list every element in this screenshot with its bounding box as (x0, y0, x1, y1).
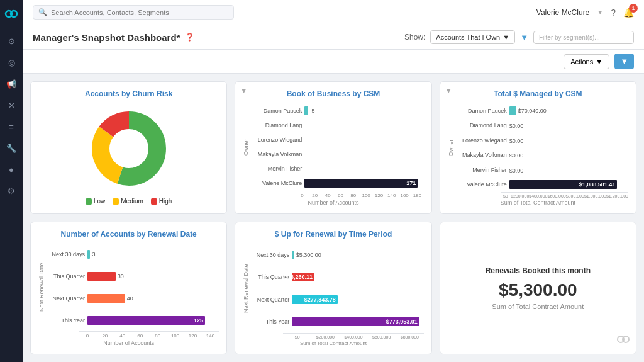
segment-filter-icon: ▼ (520, 33, 528, 42)
sidebar-icon-announce[interactable]: 📢 (3, 75, 20, 93)
bar-label: Next Quarter (47, 295, 85, 302)
table-row: Damon Paucek 5 (252, 105, 423, 116)
x-tick: 80 (149, 333, 167, 339)
rt-chart-area: Next Renewal Date Next 30 days $5,300.00… (243, 244, 423, 333)
user-name[interactable]: Valerie McClure (536, 8, 589, 17)
bar-track: $277,343.78 (292, 295, 423, 304)
table-row: Lorenzo Wiegand (252, 134, 423, 145)
tm-title: Total $ Managed by CSM (448, 89, 628, 98)
bar-label: Valerie McClure (252, 180, 302, 186)
sidebar-icon-cross[interactable]: ✕ (3, 96, 20, 114)
renewal-time-card: $ Up for Renewal by Time Period Next Ren… (235, 222, 431, 354)
x-tick: 20 (96, 333, 114, 339)
show-label: Show: (404, 33, 425, 42)
rb-subtitle: Sum of Total Contract Amount (492, 303, 584, 310)
bar-track: 30 (87, 272, 219, 281)
bar-fill: $136,260.11 (292, 273, 314, 281)
table-row: Mervin Fisher (252, 163, 423, 174)
x-tick: $600,000 (548, 194, 566, 198)
x-tick: 60 (334, 193, 347, 198)
legend-medium-label: Medium (121, 198, 143, 205)
x-tick: 180 (411, 193, 423, 198)
bar-track: 40 (87, 294, 219, 303)
bob-filter-icon: ▼ (240, 87, 247, 94)
bar-value: 40 (127, 294, 133, 303)
legend-medium: Medium (113, 198, 143, 205)
rd-title: Number of Accounts by Renewal Date (38, 230, 219, 239)
tm-chart: Owner Damon Paucek $70,040.00 Diamond La… (448, 103, 628, 206)
search-box[interactable]: 🔍 (33, 5, 234, 20)
x-tick: 160 (398, 193, 411, 198)
bob-x-label: Number of Accounts (243, 200, 423, 206)
accounts-filter-select[interactable]: Accounts That I Own ▼ (430, 30, 515, 44)
bar-value: $0.00 (509, 167, 524, 174)
donut-container: Low Medium High (38, 103, 219, 206)
bar-label: This Quarter (47, 273, 85, 280)
sidebar-icon-dot[interactable]: ● (3, 161, 20, 178)
bar-label: Diamond Lang (252, 122, 302, 128)
actions-chevron: ▼ (596, 58, 602, 65)
sidebar-icon-settings[interactable]: ⚙ (3, 182, 20, 200)
toolbar: Actions ▼ ▼ (23, 50, 644, 74)
notification-icon[interactable]: 🔔 1 (623, 8, 634, 18)
dashboard: Accounts by Churn Risk Low (23, 74, 644, 362)
page-help-icon[interactable]: ❓ (185, 33, 194, 42)
bar-track: $5,300.00 (292, 251, 423, 259)
bar-fill: 171 (304, 179, 418, 188)
tm-bars: Damon Paucek $70,040.00 Diamond Lang $0.… (457, 103, 628, 192)
tm-x-axis: $0 $200,000 $400,000 $600,000 $800,000 $… (501, 192, 628, 198)
actions-button[interactable]: Actions ▼ (564, 54, 609, 69)
x-tick: 120 (372, 193, 385, 198)
rd-chart: Next Renewal Date Next 30 days 3 This Qu… (38, 244, 219, 346)
bar-fill (87, 250, 90, 259)
x-tick: 80 (347, 193, 360, 198)
app-logo (3, 5, 20, 23)
accounts-filter-label: Accounts That I Own (436, 33, 500, 41)
bar-fill (304, 106, 308, 115)
search-icon: 🔍 (38, 8, 47, 16)
header-right: Show: Accounts That I Own ▼ ▼ Filter by … (404, 30, 634, 44)
bar-label: Next 30 days (252, 252, 289, 258)
x-tick: $1,200,000 (606, 194, 628, 198)
tm-x-label: Sum of Total Contract Amount (448, 200, 628, 206)
x-tick: 140 (201, 333, 219, 339)
x-tick: $1,000,000 (584, 194, 606, 198)
filter-button[interactable]: ▼ (614, 54, 634, 69)
bar-track: $0.00 (509, 166, 628, 174)
search-input[interactable] (51, 9, 228, 16)
sidebar-icon-menu[interactable]: ≡ (3, 118, 20, 135)
rd-x-axis: 0 20 40 60 80 100 120 140 (79, 331, 219, 339)
user-chevron[interactable]: ▼ (597, 9, 603, 16)
bar-track (304, 164, 423, 173)
table-row: Next Quarter $277,343.78 (252, 294, 423, 305)
bar-track: $0.00 (509, 121, 628, 130)
x-tick: $200,000 (511, 194, 529, 198)
rt-title: $ Up for Renewal by Time Period (243, 230, 423, 239)
bar-fill: $1,088,581.41 (509, 180, 618, 189)
bar-fill (87, 272, 116, 281)
sidebar-icon-home[interactable]: ⊙ (3, 32, 20, 50)
bar-value: 30 (118, 272, 124, 281)
bar-label: Lorenzo Wiegand (252, 137, 302, 143)
bar-track: $0.00 (509, 150, 628, 159)
rt-bars: Next 30 days $5,300.00 This Quarter $136… (252, 244, 423, 333)
tm-filter-icon: ▼ (445, 87, 452, 94)
donut-legend: Low Medium High (86, 198, 172, 205)
bar-fill: $277,343.78 (292, 295, 338, 304)
notification-badge: 1 (629, 4, 638, 13)
sidebar-icon-wrench[interactable]: 🔧 (3, 139, 20, 157)
bar-label: Mervin Fisher (252, 166, 302, 172)
x-tick: $800,000 (396, 335, 424, 339)
x-tick: $0 (501, 194, 511, 198)
help-icon[interactable]: ? (611, 8, 616, 18)
bar-label: This Year (252, 319, 289, 325)
bar-label: Damon Paucek (457, 108, 507, 114)
legend-low-label: Low (94, 198, 105, 205)
bar-track (304, 135, 423, 144)
bob-chart: Owner Damon Paucek 5 Diamond (243, 103, 423, 206)
sidebar-icon-circle[interactable]: ◎ (3, 54, 20, 71)
segment-filter-box[interactable]: Filter by segment(s)... (533, 31, 634, 44)
x-tick: 40 (321, 193, 334, 198)
churn-risk-card: Accounts by Churn Risk Low (30, 81, 227, 214)
rd-y-label: Next Renewal Date (38, 244, 45, 331)
